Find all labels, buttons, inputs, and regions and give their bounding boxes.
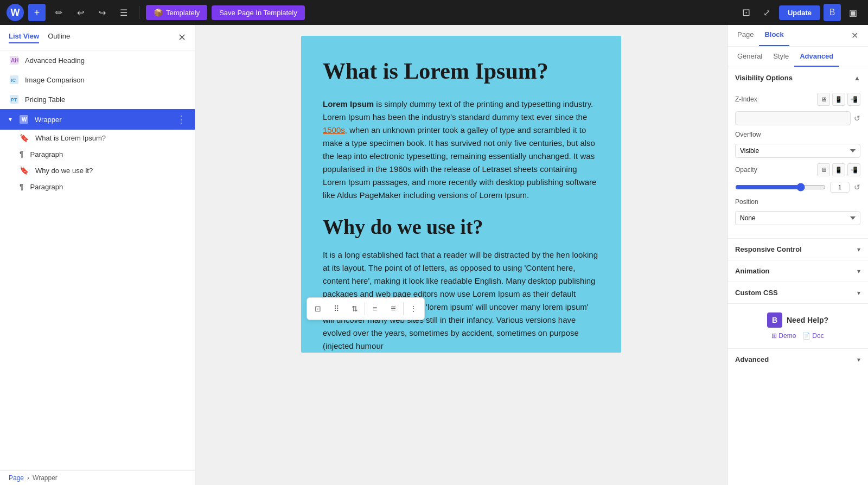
breadcrumb-page[interactable]: Page <box>9 474 24 482</box>
help-doc-link[interactable]: 📄 Doc <box>802 332 824 340</box>
panel-button[interactable]: ▣ <box>844 4 861 21</box>
animation-title: Animation <box>735 267 770 275</box>
svg-text:IC: IC <box>11 78 16 83</box>
sidebar-item-label-pricing-table: Pricing Table <box>25 95 186 104</box>
position-select-row: None Fixed Absolute Sticky <box>735 211 860 225</box>
position-select[interactable]: None Fixed Absolute Sticky <box>735 211 860 225</box>
rp-tab-advanced[interactable]: Advanced <box>794 47 839 67</box>
opacity-label: Opacity <box>735 166 757 174</box>
opacity-row: Opacity 🖥 📱 📲 <box>735 163 860 176</box>
custom-css-section[interactable]: Custom CSS ▾ <box>727 282 868 304</box>
body1-cont: when an unknown printer took a galley of… <box>323 125 596 200</box>
content-block[interactable]: What is Lorem Ipsum? Lorem Ipsum is simp… <box>301 36 621 353</box>
overflow-select[interactable]: Visible Hidden Auto Scroll <box>735 144 860 158</box>
toolbar-more-btn[interactable]: ⋮ <box>405 300 422 317</box>
z-index-desktop-icon[interactable]: 🖥 <box>817 93 830 106</box>
tab-list-view[interactable]: List View <box>9 32 39 43</box>
body1-link: 1500s, <box>323 125 347 135</box>
toolbar-updown-btn[interactable]: ⇅ <box>346 300 363 317</box>
preview-button[interactable]: ⤢ <box>758 4 776 21</box>
breadcrumb-separator: › <box>27 474 29 482</box>
save-templately-button[interactable]: Save Page In Templately <box>212 5 305 20</box>
opacity-reset-button[interactable]: ↺ <box>854 183 860 192</box>
responsive-control-arrow: ▾ <box>857 246 860 253</box>
update-button[interactable]: Update <box>779 5 820 20</box>
sidebar-child-paragraph2[interactable]: ¶ Paragraph <box>0 178 195 195</box>
breadcrumb-current: Wrapper <box>33 474 58 482</box>
responsive-control-title: Responsive Control <box>735 245 802 253</box>
redo-button[interactable]: ↪ <box>93 4 111 21</box>
z-index-reset-button[interactable]: ↺ <box>854 114 860 123</box>
pricing-table-icon: PT <box>9 94 20 105</box>
toolbar-sep1 <box>365 302 365 315</box>
topbar-middle: 📦 Templately Save Page In Templately <box>146 5 733 20</box>
responsive-control-section[interactable]: Responsive Control ▾ <box>727 239 868 260</box>
rp-tab-general[interactable]: General <box>732 47 768 67</box>
help-icon: B <box>767 312 782 328</box>
rp-tab-page[interactable]: Page <box>732 25 759 46</box>
z-index-mobile-icon[interactable]: 📲 <box>847 93 860 106</box>
wrapper-options-icon[interactable]: ⋮ <box>176 113 186 125</box>
advanced-title: Advanced <box>735 355 769 363</box>
sidebar-item-pricing-table[interactable]: PT Pricing Table <box>0 90 195 109</box>
demo-icon: ⊞ <box>771 332 777 340</box>
sidebar-item-image-comparison[interactable]: IC Image Comparison <box>0 70 195 90</box>
sidebar-item-wrapper[interactable]: ▾ W Wrapper ⋮ <box>0 109 195 130</box>
floating-toolbar: ⊡ ⠿ ⇅ ≡ ≡ ⋮ <box>307 297 425 320</box>
sidebar-child-label-why-do-we: Why do we use it? <box>35 167 93 175</box>
toolbar-align-center-btn[interactable]: ≡ <box>366 300 384 317</box>
visibility-options-section: Visibility Options ▲ Z-Index 🖥 📱 📲 ↺ <box>727 67 868 239</box>
animation-section[interactable]: Animation ▾ <box>727 260 868 282</box>
toolbar-align-justify-btn[interactable]: ≡ <box>385 300 402 317</box>
opacity-desktop-icon[interactable]: 🖥 <box>817 163 830 176</box>
templately-button[interactable]: 📦 Templately <box>146 5 207 20</box>
overflow-label: Overflow <box>735 131 761 138</box>
image-comparison-icon: IC <box>9 74 20 85</box>
help-demo-link[interactable]: ⊞ Demo <box>771 332 796 340</box>
body2-start: It is a long established fact that a rea… <box>323 250 554 259</box>
z-index-label: Z-Index <box>735 95 757 103</box>
visibility-options-title: Visibility Options <box>735 74 793 82</box>
toolbar-wrapper-icon-btn[interactable]: ⊡ <box>309 300 327 317</box>
topbar-right: ⊡ ⤢ Update B ▣ <box>738 4 861 21</box>
visibility-options-arrow: ▲ <box>854 74 860 82</box>
opacity-mobile-icon[interactable]: 📲 <box>847 163 860 176</box>
visibility-options-header[interactable]: Visibility Options ▲ <box>727 67 868 88</box>
sidebar-close-button[interactable]: ✕ <box>178 31 186 43</box>
undo-button[interactable]: ↩ <box>72 4 89 21</box>
responsive-button[interactable]: ⊡ <box>738 4 755 21</box>
sidebar-item-advanced-heading[interactable]: AH Advanced Heading <box>0 50 195 70</box>
edit-button[interactable]: ✏ <box>50 4 67 21</box>
toolbar-drag-btn[interactable]: ⠿ <box>328 300 345 317</box>
main-layout: List View Outline ✕ AH Advanced Heading <box>0 25 868 485</box>
svg-text:PT: PT <box>11 97 17 103</box>
add-block-button[interactable]: + <box>28 4 46 21</box>
rp-tab-style[interactable]: Style <box>768 47 794 67</box>
plugin-button[interactable]: B <box>824 4 841 21</box>
rp-close-button[interactable]: ✕ <box>846 25 864 46</box>
topbar: W + ✏ ↩ ↪ ☰ 📦 Templately Save Page In Te… <box>0 0 868 25</box>
sidebar-child-paragraph1[interactable]: ¶ Paragraph <box>0 146 195 162</box>
help-title: Need Help? <box>787 316 828 324</box>
z-index-tablet-icon[interactable]: 📱 <box>832 93 845 106</box>
wp-logo-icon: W <box>7 4 24 21</box>
opacity-slider[interactable] <box>735 183 826 192</box>
opacity-slider-row: ↺ <box>735 182 860 193</box>
rp-tab-block[interactable]: Block <box>759 25 789 46</box>
z-index-input[interactable] <box>735 111 851 125</box>
sidebar-child-label-paragraph2: Paragraph <box>30 183 63 191</box>
opacity-tablet-icon[interactable]: 📱 <box>832 163 845 176</box>
heading2: Why do we use it? <box>323 215 599 240</box>
animation-arrow: ▾ <box>857 267 860 275</box>
svg-text:AH: AH <box>11 58 18 63</box>
position-row: Position <box>735 198 860 206</box>
position-label: Position <box>735 198 758 206</box>
advanced-section[interactable]: Advanced ▾ <box>727 349 868 370</box>
advanced-heading-icon: AH <box>9 55 20 66</box>
sidebar-child-what-is-lorem[interactable]: 🔖 What is Lorem Ipsum? <box>0 130 195 146</box>
custom-css-arrow: ▾ <box>857 289 860 297</box>
list-view-button[interactable]: ☰ <box>115 4 132 21</box>
tab-outline[interactable]: Outline <box>48 32 70 43</box>
sidebar-child-why-do-we[interactable]: 🔖 Why do we use it? <box>0 162 195 178</box>
opacity-value-input[interactable] <box>830 182 850 193</box>
